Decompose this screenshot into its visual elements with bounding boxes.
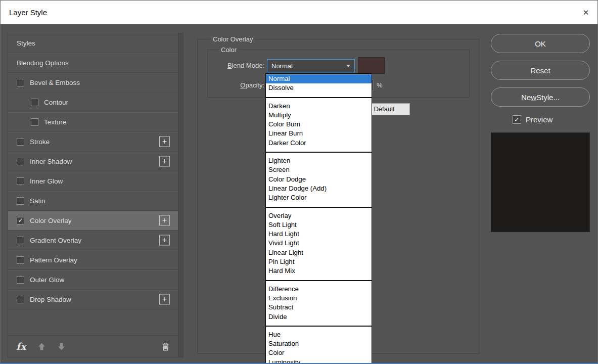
percent-label: % <box>377 81 383 89</box>
sidebar-item-inner-glow[interactable]: Inner Glow <box>8 171 178 191</box>
blend-mode-option[interactable]: Hue <box>266 330 372 339</box>
checkbox[interactable] <box>17 79 24 86</box>
reset-button[interactable]: Reset <box>491 61 590 80</box>
blend-mode-listbox: NormalDissolveDarkenMultiplyColor BurnLi… <box>265 73 372 364</box>
sidebar-item-pattern-overlay[interactable]: Pattern Overlay <box>8 250 178 270</box>
sidebar-item-drop-shadow[interactable]: Drop Shadow+ <box>8 290 178 309</box>
sidebar-item-label: Inner Glow <box>30 177 63 185</box>
sidebar-item-stroke[interactable]: Stroke+ <box>8 132 178 152</box>
subgroup-title: Color <box>218 46 240 54</box>
sidebar-item-label: Bevel & Emboss <box>30 79 80 86</box>
add-effect-instance-button[interactable]: + <box>159 294 170 305</box>
checkbox[interactable]: ✓ <box>17 217 24 224</box>
overlay-color-swatch[interactable] <box>358 57 385 74</box>
checkbox[interactable] <box>17 177 24 185</box>
blend-mode-option[interactable]: Darken <box>266 102 372 111</box>
opacity-label: Opacity: <box>193 81 264 89</box>
blend-mode-option[interactable]: Exclusion <box>266 294 372 303</box>
blend-mode-select[interactable]: Normal <box>267 59 355 72</box>
checkbox[interactable] <box>31 118 38 126</box>
blend-mode-value: Normal <box>271 62 293 70</box>
sidebar-item-contour[interactable]: Contour <box>8 93 178 112</box>
blend-mode-option[interactable]: Multiply <box>266 111 372 120</box>
sidebar-item-label: Styles <box>17 39 35 47</box>
checkbox[interactable] <box>17 197 24 205</box>
sidebar-item-label: Stroke <box>30 138 50 146</box>
checkbox[interactable] <box>17 237 24 244</box>
chevron-down-icon <box>346 65 350 67</box>
layer-style-dialog: Layer Style ✕ StylesBlending OptionsBeve… <box>0 0 598 364</box>
sidebar-item-label: Drop Shadow <box>30 296 71 303</box>
dialog-title: Layer Style <box>9 8 47 17</box>
sidebar-scrollbar[interactable] <box>178 33 183 357</box>
blend-mode-option[interactable]: Linear Dodge (Add) <box>266 184 372 193</box>
fx-icon: fx <box>16 341 26 352</box>
separator <box>266 152 372 153</box>
blend-mode-label: Blend Mode: <box>193 62 264 69</box>
sidebar-item-label: Outer Glow <box>30 276 64 284</box>
blend-mode-option[interactable]: Difference <box>266 285 372 294</box>
separator <box>266 280 372 281</box>
sidebar-item-gradient-overlay[interactable]: Gradient Overlay+ <box>8 231 178 250</box>
add-effect-instance-button[interactable]: + <box>159 136 170 147</box>
checkbox[interactable] <box>17 296 24 303</box>
add-effect-instance-button[interactable]: + <box>159 156 170 167</box>
blend-mode-option[interactable]: Subtract <box>266 303 372 312</box>
blend-mode-option[interactable]: Overlay <box>266 211 372 220</box>
sidebar-item-color-overlay[interactable]: ✓Color Overlay+ <box>8 211 178 231</box>
add-effect-instance-button[interactable]: + <box>159 215 170 226</box>
preview-row: ✓ Preview <box>513 115 553 124</box>
titlebar: Layer Style ✕ <box>1 1 597 24</box>
sidebar-item-outer-glow[interactable]: Outer Glow <box>8 270 178 290</box>
add-effect-instance-button[interactable]: + <box>159 235 170 246</box>
blend-mode-option[interactable]: Hard Mix <box>266 266 372 276</box>
separator <box>266 207 372 208</box>
blend-mode-option[interactable]: Normal <box>266 74 372 83</box>
move-effect-up-button[interactable] <box>37 342 46 351</box>
sidebar-item-inner-shadow[interactable]: Inner Shadow+ <box>8 152 178 171</box>
group-title: Color Overlay <box>210 35 256 43</box>
blend-mode-option[interactable]: Linear Burn <box>266 129 372 138</box>
separator <box>266 97 372 98</box>
close-icon[interactable]: ✕ <box>574 1 597 24</box>
sidebar-item-satin[interactable]: Satin <box>8 191 178 211</box>
blend-mode-option[interactable]: Lighter Color <box>266 193 372 202</box>
blend-mode-option[interactable]: Linear Light <box>266 248 372 257</box>
blend-mode-option[interactable]: Divide <box>266 312 372 322</box>
blend-mode-option[interactable]: Soft Light <box>266 220 372 230</box>
sidebar-item-blending-options[interactable]: Blending Options <box>8 53 178 73</box>
blend-mode-option[interactable]: Darker Color <box>266 139 372 148</box>
blend-mode-option[interactable]: Color Burn <box>266 120 372 129</box>
blend-mode-option[interactable]: Dissolve <box>266 83 372 93</box>
delete-effect-icon[interactable] <box>161 342 170 351</box>
checkbox[interactable] <box>31 99 38 106</box>
blend-mode-option[interactable]: Luminosity <box>266 358 372 364</box>
blend-mode-option[interactable]: Saturation <box>266 339 372 348</box>
checkbox[interactable] <box>17 276 24 284</box>
blend-mode-option[interactable]: Color Dodge <box>266 175 372 184</box>
blend-mode-option[interactable]: Color <box>266 348 372 357</box>
blend-mode-option[interactable]: Pin Light <box>266 257 372 266</box>
preview-swatch <box>491 132 590 232</box>
blend-mode-option[interactable]: Screen <box>266 165 372 174</box>
sidebar-footer: fx <box>8 335 178 357</box>
sidebar-item-label: Texture <box>44 118 66 126</box>
sidebar-list: StylesBlending OptionsBevel & EmbossCont… <box>8 33 178 309</box>
new-style-button[interactable]: New Style... <box>491 87 590 107</box>
checkbox[interactable] <box>17 158 24 165</box>
sidebar-item-bevel-emboss[interactable]: Bevel & Emboss <box>8 73 178 93</box>
sidebar-item-label: Pattern Overlay <box>30 256 77 264</box>
move-effect-down-button[interactable] <box>57 342 66 351</box>
blend-mode-option[interactable]: Lighten <box>266 156 372 165</box>
checkbox[interactable] <box>17 256 24 264</box>
sidebar-item-label: Satin <box>30 197 45 205</box>
sidebar-item-label: Gradient Overlay <box>30 237 81 244</box>
blend-mode-option[interactable]: Vivid Light <box>266 239 372 248</box>
sidebar-item-texture[interactable]: Texture <box>8 112 178 132</box>
preview-checkbox[interactable]: ✓ <box>513 115 521 124</box>
ok-button[interactable]: OK <box>491 34 590 53</box>
checkbox[interactable] <box>17 138 24 146</box>
sidebar-item-styles[interactable]: Styles <box>8 33 178 53</box>
styles-sidebar: StylesBlending OptionsBevel & EmbossCont… <box>8 33 183 357</box>
blend-mode-option[interactable]: Hard Light <box>266 230 372 239</box>
